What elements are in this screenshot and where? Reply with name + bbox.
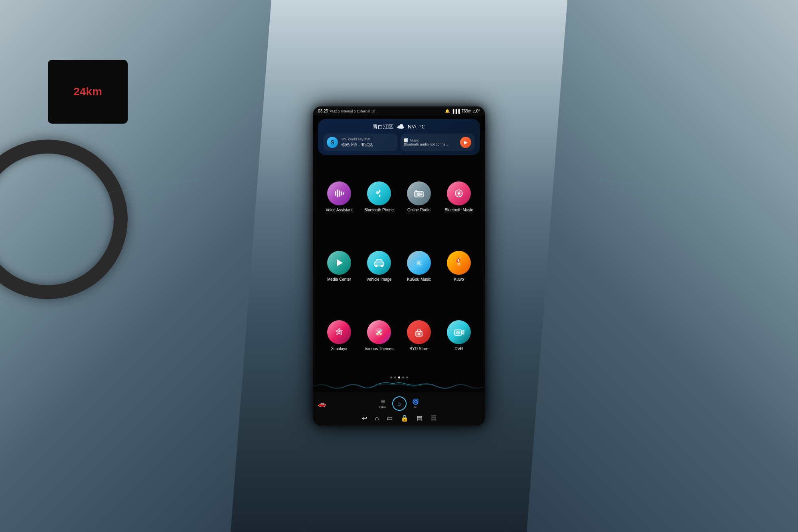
svg-rect-9: [341, 191, 342, 195]
kuwo-label: Kuwo: [454, 277, 464, 282]
svg-point-30: [376, 329, 379, 332]
svg-point-14: [419, 194, 420, 195]
fan-icon: 🌀: [412, 398, 419, 405]
app-ximalaya[interactable]: Ximalaya: [322, 320, 356, 351]
app-grid: Voice Assistant Bluetooth Phone: [313, 158, 485, 374]
nav-row: ↩ ⌂ ▭ 🔒 ▤ ☰: [318, 412, 480, 423]
fan-temp-label: F: [414, 405, 417, 409]
grid-button[interactable]: ▤: [417, 414, 423, 422]
menu-button[interactable]: ☰: [431, 414, 436, 422]
various-themes-icon: [367, 320, 391, 344]
svg-marker-20: [337, 259, 343, 266]
media-center-label: Media Center: [327, 277, 351, 282]
page-dots: [313, 374, 485, 380]
svg-point-40: [458, 332, 459, 333]
app-voice-assistant[interactable]: Voice Assistant: [322, 181, 356, 213]
voice-assistant-icon: [327, 181, 351, 205]
lock-button[interactable]: 🔒: [401, 414, 409, 422]
recent-button[interactable]: ▭: [387, 414, 393, 422]
svg-text:🎸: 🎸: [456, 257, 463, 263]
weather-card: 青白江区 ☁️ N/A -℃ S You could say that: 你好小…: [318, 119, 480, 155]
svg-point-22: [375, 265, 377, 267]
app-dvr[interactable]: DVR: [442, 320, 476, 351]
byd-store-icon: [407, 320, 431, 344]
status-right: 🔔 ▐▐▐ 769m △0°: [445, 109, 480, 113]
fan-temp-item[interactable]: 🌀 F: [412, 398, 419, 409]
status-temp-delta: △0°: [473, 109, 480, 113]
weather-top: 青白江区 ☁️ N/A -℃: [324, 123, 474, 130]
media-center-icon: [327, 251, 351, 275]
play-button[interactable]: ▶: [460, 137, 471, 148]
svg-text:K: K: [417, 260, 421, 266]
music-bars-icon: 📊: [404, 138, 408, 142]
svg-rect-36: [418, 333, 420, 335]
assistant-avatar: S: [327, 137, 338, 148]
byd-store-label: BYD Store: [409, 346, 428, 351]
signal-bars-icon: ▐▐▐: [451, 109, 460, 113]
app-online-radio[interactable]: Online Radio: [402, 181, 436, 213]
left-screen: 24km: [48, 60, 128, 124]
kugou-music-label: KuGou Music: [407, 277, 431, 282]
climate-left: 🚗: [318, 400, 326, 408]
fan-off-label: OFF: [379, 405, 387, 409]
status-bar: 03:25 PM2.5 Internal 5 External 10 🔔 ▐▐▐…: [313, 106, 485, 116]
app-kuwo[interactable]: 🎸 Kuwo: [442, 251, 476, 282]
bluetooth-music-label: Bluetooth Music: [444, 207, 473, 213]
assistant-text: You could say that: 你好小逍，有点热: [341, 137, 394, 148]
kugou-music-icon: K: [407, 251, 431, 275]
app-kugou-music[interactable]: K KuGou Music: [402, 251, 436, 282]
assistant-section[interactable]: S You could say that: 你好小逍，有点热: [324, 134, 397, 151]
music-section[interactable]: 📊 Music Bluetooth audio not conne... ▶: [401, 134, 474, 151]
status-left: 03:25 PM2.5 Internal 5 External 10: [318, 109, 375, 113]
fan-off-icon: ❄: [381, 398, 385, 405]
app-row-1: Voice Assistant Bluetooth Phone: [313, 181, 485, 213]
app-bluetooth-phone[interactable]: Bluetooth Phone: [362, 181, 396, 213]
music-label: 📊 Music: [404, 138, 458, 142]
app-vehicle-image[interactable]: Vehicle Image: [362, 251, 396, 282]
fan-off-item[interactable]: ❄ OFF: [379, 398, 387, 409]
weather-bottom: S You could say that: 你好小逍，有点热 📊 Music B…: [324, 134, 474, 151]
svg-rect-10: [343, 192, 344, 195]
page-dot-2[interactable]: [394, 376, 396, 378]
weather-temp: N/A -℃: [408, 124, 425, 130]
vehicle-image-icon: [367, 251, 391, 275]
page-dot-4[interactable]: [402, 376, 404, 378]
svg-point-34: [378, 331, 380, 333]
svg-point-31: [379, 329, 382, 332]
app-media-center[interactable]: Media Center: [322, 251, 356, 282]
svg-rect-7: [337, 189, 338, 197]
weather-cloud-icon: ☁️: [397, 123, 405, 130]
dashboard-right: [527, 0, 798, 532]
page-dot-1[interactable]: [390, 376, 392, 378]
car-small-icon: 🚗: [318, 400, 326, 408]
svg-rect-16: [421, 193, 422, 193]
app-various-themes[interactable]: Various Themes: [362, 320, 396, 351]
app-bluetooth-music[interactable]: Bluetooth Music: [442, 181, 476, 213]
music-info: 📊 Music Bluetooth audio not conne...: [404, 138, 458, 146]
home-circle-button[interactable]: ⌂: [392, 396, 407, 411]
climate-row: 🚗 ❄ OFF ⌂ 🌀 F: [318, 395, 480, 412]
svg-point-33: [379, 333, 382, 335]
assistant-chinese-text: 你好小逍，有点热: [341, 142, 394, 148]
app-byd-store[interactable]: BYD Store: [402, 320, 436, 351]
svg-marker-38: [462, 330, 464, 335]
page-dot-5[interactable]: [406, 376, 408, 378]
music-status: Bluetooth audio not conne...: [404, 142, 458, 146]
status-air-quality: PM2.5 Internal 5 External 10: [330, 109, 375, 113]
back-button[interactable]: ↩: [362, 414, 367, 422]
home-center-icon: ⌂: [397, 400, 401, 407]
svg-point-23: [381, 265, 383, 267]
home-button[interactable]: ⌂: [375, 415, 379, 422]
kuwo-icon: 🎸: [447, 251, 471, 275]
svg-point-11: [376, 191, 378, 194]
bluetooth-phone-label: Bluetooth Phone: [364, 207, 394, 213]
svg-point-19: [458, 192, 460, 195]
dvr-icon: [447, 320, 471, 344]
wave-svg: [313, 380, 485, 392]
page-dot-3-active[interactable]: [398, 376, 400, 378]
status-distance: 769m: [461, 109, 471, 113]
ximalaya-label: Ximalaya: [331, 346, 347, 351]
various-themes-label: Various Themes: [365, 346, 393, 351]
bottom-controls: 🚗 ❄ OFF ⌂ 🌀 F ↩ ⌂ ▭ 🔒 ▤: [313, 392, 485, 426]
svg-rect-8: [339, 190, 340, 197]
